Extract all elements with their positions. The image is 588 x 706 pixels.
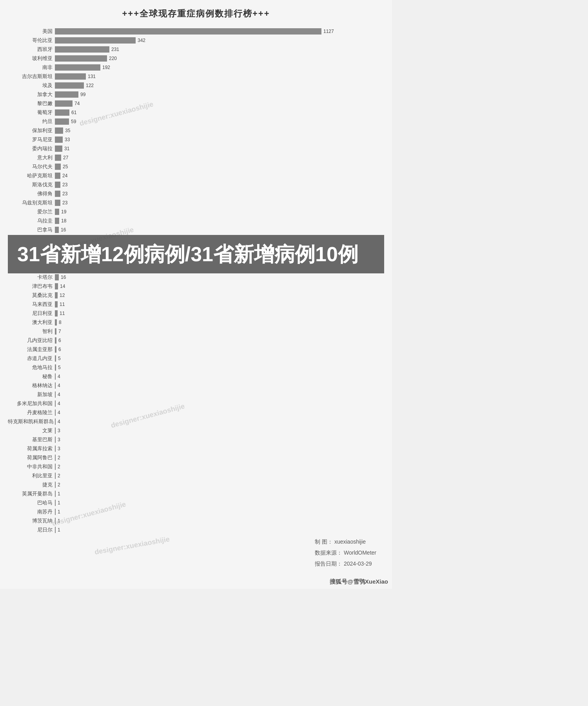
table-row: 英属开曼群岛1 (8, 490, 384, 498)
bar-fill (55, 46, 109, 53)
bar-fill (55, 209, 59, 215)
table-row: 南非192 (8, 64, 384, 71)
bar-label: 佛得角 (8, 190, 55, 197)
table-row: 尼日利亚11 (8, 309, 384, 317)
bar-fill (55, 146, 62, 152)
table-row: 法属圭亚那6 (8, 346, 384, 353)
bar-value: 122 (86, 83, 94, 88)
bar-fill (55, 464, 56, 470)
bar-track: 18 (55, 218, 384, 224)
bar-fill (55, 82, 84, 89)
bar-value: 33 (65, 137, 70, 142)
bar-value: 74 (74, 101, 80, 106)
bar-value: 5 (58, 356, 61, 361)
bar-track: 4 (55, 373, 384, 380)
bar-label: 约旦 (8, 118, 55, 125)
bar-label: 保加利亚 (8, 127, 55, 134)
bar-value: 6 (58, 347, 61, 352)
bar-track: 74 (55, 100, 384, 107)
bar-fill (55, 155, 61, 161)
bar-fill (55, 473, 56, 479)
table-row: 乌兹别克斯坦23 (8, 199, 384, 207)
bar-label: 葡萄牙 (8, 109, 55, 116)
table-row: 乌拉圭18 (8, 217, 384, 225)
sohu-label: 搜狐号@雪鸮XueXiao (330, 578, 388, 586)
bar-value: 4 (58, 374, 60, 379)
bar-track: 11 (55, 301, 384, 308)
bar-value: 2 (58, 482, 60, 488)
bar-value: 1 (58, 509, 60, 515)
bar-fill (55, 346, 56, 353)
bar-value: 16 (61, 227, 66, 233)
table-row: 约旦59 (8, 118, 384, 126)
bar-value: 3 (58, 437, 60, 442)
table-row: 几内亚比绍6 (8, 337, 384, 344)
table-row: 特克斯和凯科斯群岛4 (8, 418, 384, 426)
bar-fill (55, 409, 56, 416)
table-row: 博茨瓦纳1 (8, 517, 384, 525)
table-row: 智利7 (8, 328, 384, 335)
bar-track: 2 (55, 482, 384, 488)
bar-fill (55, 164, 61, 170)
bar-track: 16 (55, 274, 384, 280)
bar-track: 59 (55, 118, 384, 125)
bar-value: 27 (63, 155, 68, 160)
bar-value: 99 (80, 92, 85, 97)
bar-label: 南苏丹 (8, 508, 55, 515)
bar-value: 131 (88, 74, 96, 79)
bar-fill (55, 173, 60, 179)
bar-value: 59 (71, 119, 76, 124)
bar-fill (55, 292, 58, 298)
table-row: 保加利亚35 (8, 127, 384, 135)
bar-track: 25 (55, 164, 384, 170)
bar-label: 法属圭亚那 (8, 346, 55, 353)
bar-track: 23 (55, 191, 384, 197)
bar-fill (55, 73, 86, 80)
bar-value: 14 (60, 284, 65, 289)
source-value: WorldOMeter (344, 550, 376, 556)
bar-label: 斯洛伐克 (8, 181, 55, 188)
bar-label: 加拿大 (8, 91, 55, 98)
table-row: 巴拿马16 (8, 226, 384, 234)
bar-fill (55, 482, 56, 488)
bar-track: 6 (55, 337, 384, 344)
bar-value: 11 (60, 311, 65, 316)
bar-value: 8 (59, 320, 62, 325)
bar-fill (55, 355, 56, 362)
bar-label: 南非 (8, 64, 55, 71)
bar-fill (55, 118, 69, 125)
bar-label: 吉尔吉斯斯坦 (8, 73, 55, 80)
table-row: 基里巴斯3 (8, 436, 384, 444)
maker-value: xuexiaoshijie (334, 539, 366, 545)
date-value: 2024-03-29 (344, 560, 372, 567)
bar-track: 7 (55, 328, 384, 335)
bar-track: 231 (55, 46, 384, 53)
footer-info: 制 图： xuexiaoshijie 数据来源： WorldOMeter 报告日… (315, 536, 376, 569)
bar-track: 342 (55, 37, 384, 44)
table-row: 利比里亚2 (8, 472, 384, 480)
table-row: 意大利27 (8, 154, 384, 162)
bar-label: 莫桑比克 (8, 292, 55, 299)
bar-track: 1 (55, 518, 384, 524)
bar-value: 31 (64, 146, 69, 151)
table-row: 中非共和国2 (8, 463, 384, 471)
chart-container: +++全球现存重症病例数排行榜+++ designer:xuexiaoshiji… (0, 0, 392, 589)
bar-track: 6 (55, 346, 384, 353)
bar-fill (55, 191, 60, 197)
bar-value: 4 (58, 410, 60, 415)
bar-label: 马来西亚 (8, 301, 55, 308)
bar-value: 192 (102, 65, 110, 70)
table-row: 斯洛伐克23 (8, 181, 384, 189)
bar-label: 秘鲁 (8, 373, 55, 380)
bar-fill (55, 509, 56, 515)
bar-track: 220 (55, 55, 384, 62)
bar-track: 5 (55, 355, 384, 362)
bar-label: 意大利 (8, 154, 55, 161)
bar-label: 荷属库拉索 (8, 445, 55, 452)
bar-value: 4 (58, 419, 60, 424)
bar-fill (55, 400, 56, 407)
bar-track: 192 (55, 64, 384, 71)
table-row: 马尔代夫25 (8, 163, 384, 171)
bar-fill (55, 91, 78, 98)
bar-fill (55, 455, 56, 461)
